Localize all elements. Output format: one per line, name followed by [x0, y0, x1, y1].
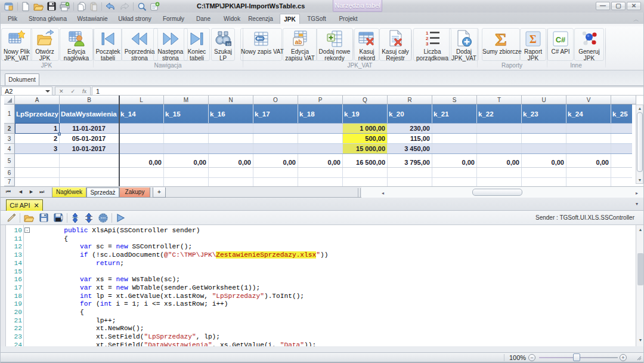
- svg-text:10: 10: [227, 42, 231, 46]
- svg-text:1: 1: [426, 30, 429, 36]
- svg-text:Σ: Σ: [530, 33, 537, 45]
- svg-text:ab: ab: [295, 39, 302, 45]
- svg-text:3: 3: [426, 41, 429, 47]
- svg-text:C#: C#: [556, 35, 566, 44]
- svg-text:2: 2: [426, 36, 429, 41]
- svg-text:Σ: Σ: [495, 29, 507, 48]
